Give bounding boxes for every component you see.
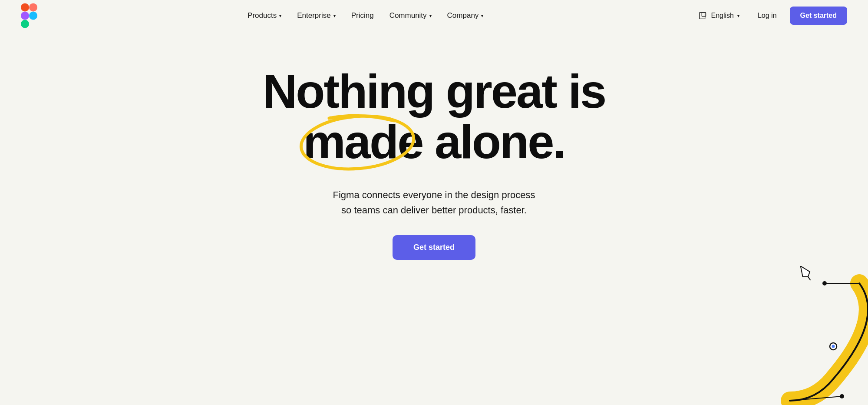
get-started-nav-button[interactable]: Get started: [790, 7, 847, 25]
svg-line-13: [808, 277, 811, 280]
hero-title: Nothing great is made alone.: [263, 66, 605, 166]
hero-subtitle: Figma connects everyone in the design pr…: [333, 187, 535, 218]
login-button[interactable]: Log in: [750, 7, 785, 24]
enterprise-chevron: ▾: [333, 13, 336, 18]
pricing-label: Pricing: [351, 11, 374, 20]
nav-links: Products ▾ Enterprise ▾ Pricing Communit…: [37, 8, 693, 23]
navbar: Products ▾ Enterprise ▾ Pricing Communit…: [0, 0, 868, 31]
svg-point-14: [830, 343, 837, 350]
hero-title-alone: alone.: [422, 115, 564, 168]
svg-point-11: [840, 394, 844, 398]
made-wrapper: made: [303, 116, 422, 167]
hero-subtitle-line2: so teams can deliver better products, fa…: [341, 205, 527, 216]
svg-rect-2: [21, 12, 29, 20]
company-chevron: ▾: [481, 13, 483, 18]
svg-point-4: [29, 12, 37, 20]
get-started-hero-button[interactable]: Get started: [393, 235, 475, 260]
language-icon: [699, 11, 708, 20]
nav-right: English ▾ Log in Get started: [693, 7, 847, 25]
svg-rect-3: [21, 20, 29, 28]
products-chevron: ▾: [279, 13, 281, 18]
enterprise-nav-item[interactable]: Enterprise ▾: [291, 8, 341, 23]
svg-rect-1: [29, 3, 37, 12]
products-label: Products: [248, 11, 277, 20]
hero-section: Nothing great is made alone. Figma conne…: [0, 31, 868, 405]
svg-point-15: [832, 345, 835, 348]
svg-marker-12: [797, 266, 812, 279]
svg-rect-0: [21, 3, 29, 12]
hero-title-made: made: [303, 115, 422, 168]
svg-rect-5: [700, 13, 705, 19]
products-nav-item[interactable]: Products ▾: [241, 8, 287, 23]
company-nav-item[interactable]: Company ▾: [441, 8, 490, 23]
language-selector[interactable]: English ▾: [693, 7, 744, 24]
logo[interactable]: [21, 3, 37, 28]
community-label: Community: [389, 11, 427, 20]
community-chevron: ▾: [429, 13, 432, 18]
community-nav-item[interactable]: Community ▾: [383, 8, 438, 23]
pricing-nav-item[interactable]: Pricing: [345, 8, 380, 23]
hero-title-line1: Nothing great is: [263, 64, 605, 118]
pen-tool-illustration: [746, 266, 868, 405]
svg-line-9: [790, 396, 842, 401]
language-label: English: [711, 12, 733, 20]
enterprise-label: Enterprise: [297, 11, 330, 20]
language-chevron: ▾: [737, 13, 739, 18]
hero-subtitle-line1: Figma connects everyone in the design pr…: [333, 189, 535, 200]
company-label: Company: [447, 11, 479, 20]
svg-point-10: [822, 281, 827, 285]
